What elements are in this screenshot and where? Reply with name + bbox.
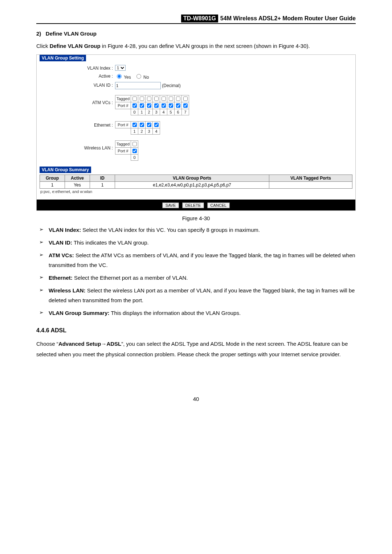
b6-text: This displays the information about the … [110,310,241,316]
atm-col-7: 7 [182,109,189,115]
bullet-wireless-lan: Wireless LAN: Select the wireless LAN po… [36,286,356,305]
section-number: 2) [36,30,41,37]
summary-cell-group: 1 [40,182,65,189]
eth-port-1[interactable] [132,123,137,127]
summary-note: p:pvc, e:ethernet, and w:wlan [40,189,352,196]
wlan-port-0[interactable] [132,149,137,153]
atm-col-5: 5 [167,109,175,115]
eth-col-4: 4 [153,128,160,135]
atm-port-2[interactable] [147,103,151,108]
atm-port-0[interactable] [132,103,137,108]
active-no-option[interactable]: No [135,75,149,80]
atm-tagged-3[interactable] [154,97,159,101]
adsl-bold1: Advanced Setup [58,341,101,347]
eth-port-3[interactable] [147,123,151,127]
atm-col-6: 6 [175,109,182,115]
summary-th-tagged: VLAN Tagged Ports [269,175,352,182]
ethernet-table: Port # 1 2 3 4 [115,121,160,135]
eth-col-3: 3 [146,128,153,135]
vlan-group-setting-title: VLAN Group Setting [40,55,86,61]
active-label: Active : [40,73,115,79]
vlan-group-summary-title: VLAN Group Summary [40,167,91,173]
vlan-index-label: VLAN Index : [40,65,115,71]
model-badge: TD-W8901G [181,15,218,22]
save-button[interactable]: SAVE [162,202,179,208]
active-yes-radio[interactable] [117,74,122,79]
intro-rest: in Figure 4-28, you can define VLAN grou… [101,43,310,49]
atm-col-1: 1 [138,109,146,115]
b3-text: Select the ATM VCs as members of VLAN, a… [49,252,355,268]
doc-title: 54M Wireless ADSL2+ Modem Router User Gu… [220,15,356,22]
atm-col-3: 3 [153,109,160,115]
b2-bold: VLAN ID: [49,239,72,246]
eth-col-1: 1 [131,128,138,135]
eth-col-2: 2 [138,128,146,135]
b4-bold: Ethernet: [49,275,73,281]
adsl-bold2: ADSL [106,341,121,347]
intro-bold: Define VLAN Group [50,43,101,49]
active-no-radio[interactable] [136,74,141,79]
atm-tagged-5[interactable] [169,97,173,101]
b3-bold: ATM VCs: [49,252,74,258]
eth-port-2[interactable] [140,123,144,127]
summary-table: Group Active ID VLAN Group Ports VLAN Ta… [40,175,352,189]
summary-th-ports: VLAN Group Ports [115,175,269,182]
active-yes-text: Yes [124,75,131,80]
adsl-heading: 4.4.6 ADSL [36,327,356,334]
atm-tagged-1[interactable] [140,97,144,101]
wlan-port-label: Port # [115,148,131,155]
atm-col-2: 2 [146,109,153,115]
delete-button[interactable]: DELETE [182,202,204,208]
atm-tagged-7[interactable] [183,97,188,101]
atm-tagged-6[interactable] [176,97,180,101]
adsl-arrow: → [101,341,106,347]
atm-port-4[interactable] [162,103,166,108]
atm-port-6[interactable] [176,103,180,108]
vlan-group-setting-fieldset: VLAN Group Setting VLAN Index : 1 Active… [37,55,355,167]
summary-th-active: Active [65,175,90,182]
section-title: Define VLAN Group [46,30,97,37]
summary-th-id: ID [90,175,115,182]
vlan-index-select[interactable]: 1 [115,65,126,71]
bullet-vlan-id: VLAN ID: This indicates the VLAN group. [36,238,356,247]
section-heading: 2) Define VLAN Group [36,30,356,37]
button-bar: SAVE DELETE CANCEL [37,200,355,210]
vlan-id-input[interactable] [115,82,161,89]
atm-tagged-2[interactable] [147,97,151,101]
eth-port-4[interactable] [154,123,159,127]
config-panel: VLAN Group Setting VLAN Index : 1 Active… [36,54,356,211]
atm-tagged-4[interactable] [162,97,166,101]
figure-caption: Figure 4-30 [36,215,356,221]
atm-port-5[interactable] [169,103,173,108]
wireless-lan-label: Wireless LAN : [40,140,115,151]
atm-col-0: 0 [131,109,138,115]
wireless-table: Tagged Port # 0 [115,140,138,161]
intro-paragraph: Click Define VLAN Group in Figure 4-28, … [36,41,356,51]
wlan-tagged-0[interactable] [132,142,137,146]
summary-cell-id: 1 [90,182,115,189]
b4-text: Select the Ethernet port as a member of … [73,275,188,281]
atm-port-7[interactable] [183,103,188,108]
active-no-text: No [143,75,149,80]
atm-port-label: Port # [115,102,131,109]
atm-tagged-0[interactable] [132,97,137,101]
bullet-ethernet: Ethernet: Select the Ethernet port as a … [36,273,356,283]
vlan-id-label: VLAN ID : [40,82,115,88]
wlan-tagged-label: Tagged [115,141,131,148]
vlan-group-summary-fieldset: VLAN Group Summary Group Active ID VLAN … [37,167,355,200]
wlan-col-0: 0 [131,155,138,161]
atm-port-1[interactable] [140,103,144,108]
b2-text: This indicates the VLAN group. [72,239,149,246]
bullet-list: VLAN Index: Select the VLAN index for th… [36,225,356,318]
cancel-button[interactable]: CANCEL [207,202,230,208]
page-header: TD-W8901G 54M Wireless ADSL2+ Modem Rout… [36,15,356,24]
atm-port-3[interactable] [154,103,159,108]
vlan-id-hint: (Decimal) [162,83,180,88]
summary-cell-tagged [269,182,352,189]
bullet-vlan-group-summary: VLAN Group Summary: This displays the in… [36,308,356,318]
b1-text: Select the VLAN index for this VC. You c… [81,227,260,233]
active-yes-option[interactable]: Yes [115,75,131,80]
atm-vcs-label: ATM VCs : [40,95,115,105]
bullet-vlan-index: VLAN Index: Select the VLAN index for th… [36,225,356,235]
summary-cell-ports: e1,e2,e3,e4,w0,p0,p1,p2,p3,p4,p5,p6,p7 [115,182,269,189]
